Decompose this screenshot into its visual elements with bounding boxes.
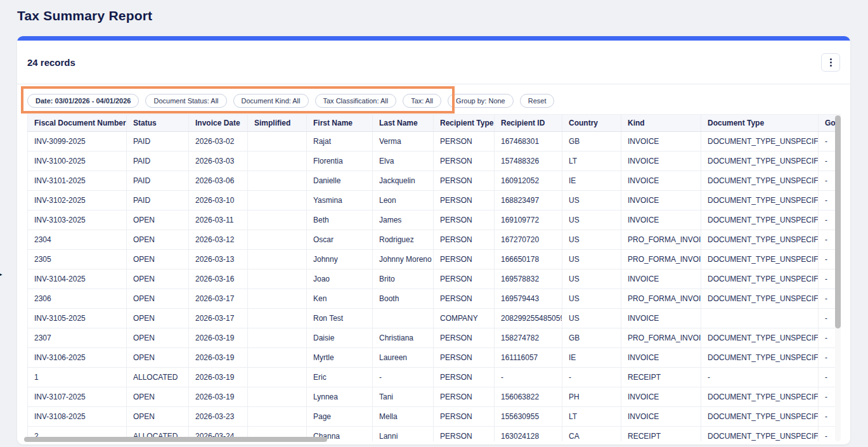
table-cell: 167468301 <box>495 132 562 152</box>
table-cell <box>248 250 307 269</box>
table-cell: PAID <box>127 132 189 152</box>
filter-chip-group-by[interactable]: Group by: None <box>448 94 514 108</box>
table-cell: INVOICE <box>621 191 701 211</box>
table-cell: INVOICE <box>621 171 701 191</box>
table-cell: PH <box>562 387 621 407</box>
table-cell: Ken <box>307 289 373 309</box>
table-cell: Oscar <box>307 230 373 250</box>
table-row[interactable]: 2305OPEN2026-03-13JohnnyJohnny MorenoPER… <box>28 250 841 269</box>
table-cell: DOCUMENT_TYPE_UNSPECIFIED <box>701 289 819 309</box>
table-cell: PERSON <box>434 407 495 427</box>
table-cell: 2026-03-03 <box>189 152 248 171</box>
table-cell: Laureen <box>373 348 434 368</box>
table-cell: Leon <box>373 191 434 211</box>
table-cell: Ron Test <box>307 309 373 328</box>
table-row[interactable]: 2307OPEN2026-03-19DaisieChristianaPERSON… <box>28 328 841 348</box>
table-cell: Page <box>307 407 373 427</box>
table-cell: Tani <box>373 387 434 407</box>
table-row[interactable]: 1ALLOCATED2026-03-19Eric-PERSON--RECEIPT… <box>28 368 841 387</box>
table-cell: OPEN <box>127 250 189 269</box>
table-row[interactable]: INV-3100-2025PAID2026-03-03FlorentiaElva… <box>28 152 841 171</box>
table-header-row: Fiscal Document NumberStatusInvoice Date… <box>28 115 841 132</box>
table-cell: 2026-03-02 <box>189 132 248 152</box>
table-cell: INV-3104-2025 <box>28 269 127 289</box>
table-cell: INV-3100-2025 <box>28 152 127 171</box>
kebab-menu-button[interactable] <box>821 53 840 72</box>
table-container[interactable]: Fiscal Document NumberStatusInvoice Date… <box>27 114 841 441</box>
table-row[interactable]: INV-3102-2025PAID2026-03-10YasminaLeonPE… <box>28 191 841 211</box>
table-cell: DOCUMENT_TYPE_UNSPECIFIED <box>701 132 819 152</box>
table-cell: OPEN <box>127 328 189 348</box>
column-header: Simplified <box>248 115 307 132</box>
table-cell: 157488326 <box>495 152 562 171</box>
table-cell <box>248 387 307 407</box>
horizontal-scrollbar-thumb[interactable] <box>24 437 327 442</box>
table-cell: IE <box>562 348 621 368</box>
table-cell: US <box>562 289 621 309</box>
table-cell: PAID <box>127 171 189 191</box>
table-row[interactable]: 2304OPEN2026-03-12OscarRodriguezPERSON16… <box>28 230 841 250</box>
table-row[interactable]: INV-3108-2025OPEN2026-03-23PageMellaPERS… <box>28 407 841 427</box>
table-cell: 208299255485059 <box>495 309 562 328</box>
column-header: First Name <box>307 115 373 132</box>
table-cell: James <box>373 211 434 230</box>
table-cell: INV-3102-2025 <box>28 191 127 211</box>
table-row[interactable]: 2306OPEN2026-03-17KenBoothPERSON16957944… <box>28 289 841 309</box>
column-header: Recipient ID <box>495 115 562 132</box>
page-title: Tax Summary Report <box>17 8 152 23</box>
table-cell: 2026-03-23 <box>189 407 248 427</box>
horizontal-scrollbar-track[interactable] <box>17 437 850 442</box>
column-header: Invoice Date <box>189 115 248 132</box>
filter-chip-document-status[interactable]: Document Status: All <box>145 94 226 108</box>
table-cell: - <box>373 368 434 387</box>
table-row[interactable]: INV-3099-2025PAID2026-03-02RajatVermaPER… <box>28 132 841 152</box>
table-cell: Lynnea <box>307 387 373 407</box>
table-cell: 2026-03-06 <box>189 171 248 191</box>
table-row[interactable]: INV-3106-2025OPEN2026-03-19MyrtleLaureen… <box>28 348 841 368</box>
table-cell: - <box>562 368 621 387</box>
vertical-scrollbar-thumb[interactable] <box>835 115 841 328</box>
table-cell: Verma <box>373 132 434 152</box>
table-row[interactable]: INV-3104-2025OPEN2026-03-16JoaoBritoPERS… <box>28 269 841 289</box>
table-row[interactable]: INV-3103-2025OPEN2026-03-11BethJamesPERS… <box>28 211 841 230</box>
vertical-scrollbar-track[interactable] <box>835 114 841 441</box>
table-cell: 2026-03-12 <box>189 230 248 250</box>
table-cell: 2026-03-19 <box>189 387 248 407</box>
filter-chip-tax[interactable]: Tax: All <box>403 94 441 108</box>
table-cell: INVOICE <box>621 348 701 368</box>
table-cell <box>248 132 307 152</box>
table-cell: US <box>562 230 621 250</box>
filter-chip-date[interactable]: Date: 03/01/2026 - 04/01/2026 <box>27 94 139 108</box>
table-cell: OPEN <box>127 269 189 289</box>
table-cell <box>701 309 819 328</box>
table-cell: Christiana <box>373 328 434 348</box>
table-cell: Booth <box>373 289 434 309</box>
table-cell <box>248 230 307 250</box>
table-row[interactable]: INV-3105-2025OPEN2026-03-17Ron TestCOMPA… <box>28 309 841 328</box>
filter-chip-document-kind[interactable]: Document Kind: All <box>233 94 309 108</box>
table-cell: PAID <box>127 152 189 171</box>
table-row[interactable]: INV-3107-2025OPEN2026-03-19LynneaTaniPER… <box>28 387 841 407</box>
filter-chip-tax-classification[interactable]: Tax Classification: All <box>315 94 397 108</box>
table-cell: 2026-03-19 <box>189 328 248 348</box>
table-cell: COMPANY <box>434 309 495 328</box>
table-cell: OPEN <box>127 230 189 250</box>
reset-filters-button[interactable]: Reset <box>520 94 555 108</box>
table-cell: OPEN <box>127 211 189 230</box>
table-cell: 2026-03-19 <box>189 368 248 387</box>
table-cell <box>373 309 434 328</box>
table-cell: INV-3107-2025 <box>28 387 127 407</box>
table-cell: INVOICE <box>621 269 701 289</box>
table-cell: 158274782 <box>495 328 562 348</box>
table-cell: Rodriguez <box>373 230 434 250</box>
table-cell: Beth <box>307 211 373 230</box>
table-cell: IE <box>562 171 621 191</box>
table-cell: INV-3099-2025 <box>28 132 127 152</box>
table-cell: - <box>701 368 819 387</box>
table-cell: INV-3106-2025 <box>28 348 127 368</box>
table-cell: GB <box>562 132 621 152</box>
table-cell: PERSON <box>434 368 495 387</box>
table-cell: RECEIPT <box>621 368 701 387</box>
table-row[interactable]: INV-3101-2025PAID2026-03-06DanielleJackq… <box>28 171 841 191</box>
table-cell: PRO_FORMA_INVOICE <box>621 230 701 250</box>
